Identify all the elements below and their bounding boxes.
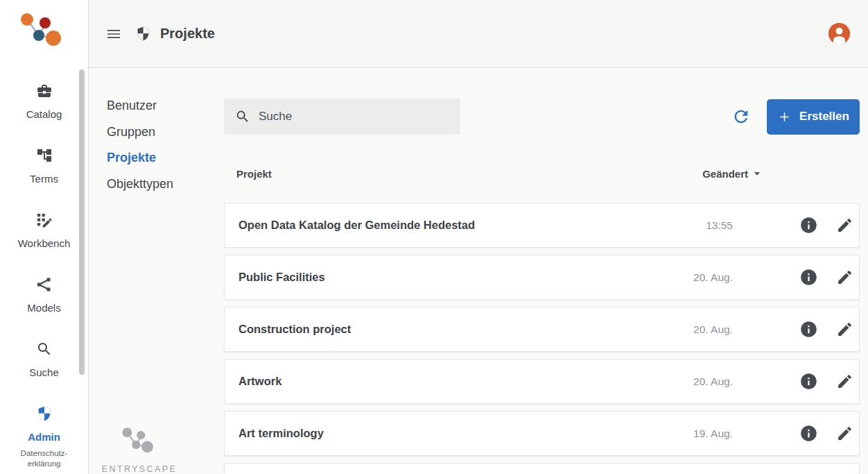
modified-date: 20. Aug. bbox=[670, 271, 733, 284]
project-title: Construction project bbox=[238, 323, 670, 336]
pencil-icon bbox=[836, 321, 853, 338]
sidebar-item-label: Models bbox=[27, 302, 60, 314]
pencil-icon bbox=[836, 217, 853, 234]
refresh-button[interactable] bbox=[731, 107, 751, 126]
modified-date: 20. Aug. bbox=[670, 375, 733, 388]
sidebar-item-catalog[interactable]: Catalog bbox=[0, 76, 88, 141]
pencil-icon bbox=[836, 425, 853, 442]
pencil-icon bbox=[836, 373, 853, 390]
workbench-grid-pencil-icon bbox=[36, 212, 53, 228]
info-icon bbox=[799, 320, 818, 339]
edit-button[interactable] bbox=[831, 212, 858, 239]
info-button[interactable] bbox=[795, 264, 822, 291]
edit-button[interactable] bbox=[831, 369, 858, 395]
search-box bbox=[224, 99, 460, 135]
info-icon bbox=[799, 268, 818, 287]
user-avatar-icon bbox=[828, 23, 850, 44]
sidebar-item-label: Workbench bbox=[18, 237, 71, 249]
info-icon bbox=[799, 216, 818, 235]
refresh-icon bbox=[731, 107, 751, 126]
sort-caret-down-icon bbox=[750, 167, 764, 180]
modified-date: 19. Aug. bbox=[670, 428, 733, 440]
hamburger-icon bbox=[105, 26, 122, 42]
sidebar-item-label: Suche bbox=[29, 366, 59, 378]
project-row[interactable]: Public Facilities 20. Aug. bbox=[224, 255, 860, 300]
column-header-project: Projekt bbox=[236, 168, 272, 180]
privacy-line2: erklärung bbox=[28, 459, 61, 468]
subnav-item-benutzer[interactable]: Benutzer bbox=[107, 93, 173, 119]
content: Benutzer Gruppen Projekte Objekttypen EN… bbox=[89, 68, 868, 474]
edit-button[interactable] bbox=[831, 316, 858, 343]
search-icon bbox=[235, 109, 250, 124]
sidebar-item-suche[interactable]: Suche bbox=[0, 335, 88, 399]
subnav-item-objekttypen[interactable]: Objekttypen bbox=[107, 171, 173, 198]
search-icon bbox=[36, 341, 53, 357]
project-title: Art terminology bbox=[238, 427, 670, 440]
pencil-icon bbox=[836, 269, 853, 286]
info-button[interactable] bbox=[795, 369, 822, 395]
info-button[interactable] bbox=[795, 212, 822, 239]
project-row[interactable]: Open Data Katalog der Gemeinde Hedestad … bbox=[224, 203, 860, 248]
project-list: Open Data Katalog der Gemeinde Hedestad … bbox=[224, 203, 860, 474]
project-title: Open Data Katalog der Gemeinde Hedestad bbox=[238, 219, 670, 232]
entryscape-logo[interactable] bbox=[19, 11, 67, 53]
create-button[interactable]: Erstellen bbox=[767, 99, 860, 135]
sidebar-item-label: Catalog bbox=[26, 108, 62, 120]
primary-sidebar: Catalog Terms Workbench bbox=[0, 0, 89, 474]
toolbar: Erstellen bbox=[224, 99, 860, 135]
info-icon bbox=[799, 424, 818, 443]
sitemap-icon bbox=[36, 147, 53, 164]
entryscape-footer-text: ENTRYSCAPE bbox=[94, 464, 184, 474]
sidebar-item-workbench[interactable]: Workbench bbox=[0, 205, 88, 270]
sidebar-item-label: Terms bbox=[30, 173, 58, 185]
edit-button[interactable] bbox=[831, 264, 858, 291]
info-button[interactable] bbox=[795, 316, 822, 343]
subnav-item-projekte[interactable]: Projekte bbox=[107, 145, 173, 171]
table-header: Projekt Geändert bbox=[224, 135, 860, 203]
briefcase-icon bbox=[36, 83, 53, 99]
modified-date: 20. Aug. bbox=[670, 323, 733, 336]
sidebar-item-label: Admin bbox=[28, 431, 60, 443]
project-row[interactable]: Construction project 20. Aug. bbox=[224, 307, 860, 352]
column-header-modified-label: Geändert bbox=[702, 168, 748, 180]
privacy-line1: Datenschutz- bbox=[21, 449, 68, 457]
subnav-item-gruppen[interactable]: Gruppen bbox=[107, 119, 173, 146]
menu-button[interactable] bbox=[105, 26, 122, 42]
project-row[interactable]: Artwork 20. Aug. bbox=[224, 359, 860, 404]
privacy-link[interactable]: Datenschutz- erklärung bbox=[0, 448, 88, 469]
modified-date: 13:55 bbox=[670, 219, 733, 232]
entryscape-footer-logo-icon bbox=[121, 426, 158, 458]
project-row[interactable]: Art terminology 19. Aug. bbox=[224, 411, 860, 456]
page-title: Projekte bbox=[160, 26, 215, 42]
topbar: Projekte bbox=[89, 0, 868, 68]
shield-icon bbox=[36, 405, 53, 422]
share-nodes-icon bbox=[36, 276, 53, 293]
shield-icon bbox=[135, 25, 151, 42]
project-row-partial[interactable] bbox=[224, 463, 860, 474]
entryscape-footer-brand: ENTRYSCAPE bbox=[94, 426, 184, 474]
project-title: Artwork bbox=[238, 375, 670, 388]
info-button[interactable] bbox=[795, 421, 822, 447]
sidebar-item-terms[interactable]: Terms bbox=[0, 141, 88, 205]
search-input[interactable] bbox=[224, 99, 460, 135]
avatar[interactable] bbox=[828, 23, 850, 44]
admin-subnav: Benutzer Gruppen Projekte Objekttypen bbox=[107, 93, 173, 197]
info-icon bbox=[799, 372, 818, 391]
create-button-label: Erstellen bbox=[799, 110, 849, 124]
sidebar-item-models[interactable]: Models bbox=[0, 270, 88, 335]
project-title: Public Facilities bbox=[238, 271, 670, 284]
sidebar-nav: Catalog Terms Workbench bbox=[0, 76, 88, 464]
column-header-modified[interactable]: Geändert bbox=[702, 167, 764, 180]
edit-button[interactable] bbox=[831, 421, 858, 447]
sidebar-scrollbar[interactable] bbox=[79, 69, 85, 375]
plus-icon bbox=[777, 110, 792, 124]
projects-panel: Erstellen Projekt Geändert Open Data Kat… bbox=[224, 68, 860, 474]
